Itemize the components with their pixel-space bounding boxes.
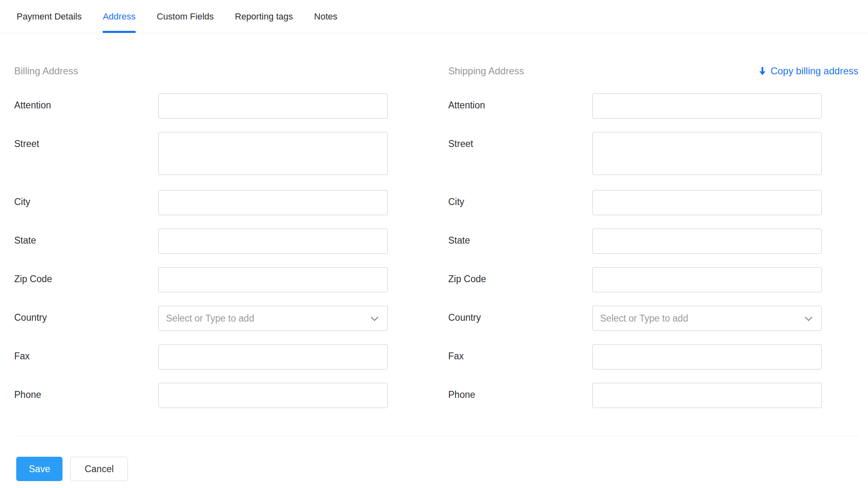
billing-state-input[interactable]: [158, 229, 388, 254]
billing-country-row: Country: [14, 306, 388, 331]
shipping-address-heading: Shipping Address: [448, 65, 524, 77]
street-label: Street: [448, 132, 592, 177]
copy-billing-address-link[interactable]: Copy billing address: [758, 65, 858, 77]
phone-label: Phone: [448, 383, 592, 408]
tab-bar: Payment Details Address Custom Fields Re…: [0, 0, 868, 33]
save-button[interactable]: Save: [16, 457, 63, 481]
shipping-fax-input[interactable]: [592, 344, 822, 369]
billing-phone-input[interactable]: [158, 383, 388, 408]
country-label: Country: [448, 306, 592, 331]
form-footer: Save Cancel: [0, 457, 868, 481]
billing-attention-row: Attention: [14, 93, 388, 119]
billing-zip-row: Zip Code: [14, 267, 388, 292]
fax-label: Fax: [448, 344, 592, 369]
shipping-phone-input[interactable]: [592, 383, 822, 408]
shipping-attention-input[interactable]: [592, 93, 822, 119]
billing-address-section: Attention Street City State Zip Code Cou…: [14, 93, 388, 421]
attention-label: Attention: [14, 93, 158, 119]
billing-address-heading: Billing Address: [14, 65, 448, 77]
tab-reporting-tags[interactable]: Reporting tags: [235, 0, 293, 33]
street-label: Street: [14, 132, 158, 177]
shipping-street-row: Street: [448, 132, 822, 177]
billing-attention-input[interactable]: [158, 93, 388, 119]
shipping-state-row: State: [448, 229, 822, 254]
shipping-street-textarea[interactable]: [592, 132, 822, 175]
shipping-city-row: City: [448, 190, 822, 215]
state-label: State: [448, 229, 592, 254]
copy-billing-address-label: Copy billing address: [771, 65, 858, 77]
billing-city-row: City: [14, 190, 388, 215]
city-label: City: [14, 190, 158, 215]
tab-notes[interactable]: Notes: [314, 0, 337, 33]
billing-city-input[interactable]: [158, 190, 388, 215]
shipping-attention-row: Attention: [448, 93, 822, 119]
phone-label: Phone: [14, 383, 158, 408]
tab-address[interactable]: Address: [103, 0, 136, 33]
shipping-city-input[interactable]: [592, 190, 822, 215]
country-label: Country: [14, 306, 158, 331]
shipping-state-input[interactable]: [592, 229, 822, 254]
billing-street-row: Street: [14, 132, 388, 177]
billing-phone-row: Phone: [14, 383, 388, 408]
zip-code-label: Zip Code: [14, 267, 158, 292]
city-label: City: [448, 190, 592, 215]
down-arrow-icon: [758, 66, 767, 76]
tab-custom-fields[interactable]: Custom Fields: [157, 0, 214, 33]
state-label: State: [14, 229, 158, 254]
tab-payment-details[interactable]: Payment Details: [17, 0, 82, 33]
billing-country-select[interactable]: [158, 306, 388, 331]
shipping-fax-row: Fax: [448, 344, 822, 369]
shipping-phone-row: Phone: [448, 383, 822, 408]
shipping-country-row: Country: [448, 306, 822, 331]
billing-zip-input[interactable]: [158, 267, 388, 292]
attention-label: Attention: [448, 93, 592, 119]
zip-code-label: Zip Code: [448, 267, 592, 292]
shipping-zip-input[interactable]: [592, 267, 822, 292]
address-form: Billing Address Shipping Address Copy bi…: [0, 65, 868, 436]
billing-fax-row: Fax: [14, 344, 388, 369]
shipping-country-select[interactable]: [592, 306, 822, 331]
cancel-button[interactable]: Cancel: [70, 457, 128, 481]
shipping-address-section: Attention Street City State Zip Code Cou…: [448, 93, 822, 421]
billing-state-row: State: [14, 229, 388, 254]
footer-divider: [14, 436, 858, 436]
section-headers: Billing Address Shipping Address Copy bi…: [14, 65, 858, 77]
billing-street-textarea[interactable]: [158, 132, 388, 175]
billing-fax-input[interactable]: [158, 344, 388, 369]
fax-label: Fax: [14, 344, 158, 369]
shipping-zip-row: Zip Code: [448, 267, 822, 292]
